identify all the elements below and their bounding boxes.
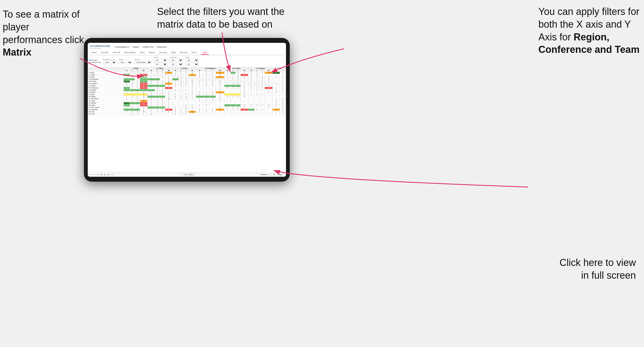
player-name: 18. C Sherwood — [88, 109, 124, 111]
toolbar-center: 📄 View: Original — [179, 173, 195, 176]
radio-full-view[interactable]: Full View — [89, 59, 101, 61]
annotation-axis: You can apply filters for both the X axi… — [538, 5, 641, 56]
tab-summary[interactable]: Summary — [99, 51, 110, 55]
toolbar-right: 👁 Watch ▾ ⛶ ⊞ Share — [260, 173, 284, 176]
table-row: 16. K Vilips 311-25 2204 33 08 0 0500 01 — [88, 104, 286, 107]
annotation-matrix-bold: Matrix — [3, 47, 31, 58]
logo-sub: Powered by clippd — [90, 47, 110, 49]
th-m-thorb: 4. M Thorbjornsen — [196, 68, 225, 70]
annotation-fullscreen: Click here to view in full screen — [549, 256, 636, 282]
tab-h2h-grid2[interactable]: H2H Grid — [178, 51, 188, 55]
player-name: 8. P Summerhays — [88, 87, 124, 89]
conference-select2[interactable]: (All) — [170, 63, 183, 66]
region-select[interactable]: N/A — [154, 59, 167, 62]
th-l2: L — [155, 70, 160, 72]
radio-compact-view[interactable]: Compact View — [89, 62, 101, 63]
logo-block: SCOREBOARD Powered by clippd — [90, 45, 110, 49]
add-icon[interactable]: ⊕ — [100, 174, 102, 176]
tablet-toolbar: ↩ ↪ ⟳ ⊕ ⊖ ⚙ 🕐 📄 View: Original 👁 Watch ▾… — [88, 172, 286, 177]
player-name: 15. P Maichon — [88, 102, 124, 104]
refresh-icon[interactable]: ⟳ — [97, 174, 99, 176]
max-players-select[interactable]: Top 25 — [103, 61, 116, 64]
player-name: 7. G Sargent — [88, 85, 124, 87]
player-name: 13. J Skov Olesen — [88, 98, 124, 100]
tablet-device: SCOREBOARD Powered by clippd TOURNAMENTS… — [84, 38, 290, 182]
time-icon[interactable]: 🕐 — [111, 174, 114, 176]
share-button[interactable]: Share — [277, 173, 284, 176]
region-select2[interactable]: N/A — [154, 63, 167, 66]
th-g-sa: 7. G Sa — [273, 68, 286, 70]
matrix-table: 1. W Ding 2. L Clanton 3. J Koivun 4. M … — [88, 67, 286, 115]
th-player — [88, 68, 124, 70]
nav-committee[interactable]: COMMITTEE — [142, 46, 154, 49]
th-t4: T — [209, 70, 216, 72]
tab-matrix-sub[interactable]: Matrix — [138, 51, 146, 55]
tab-h2h-grid[interactable]: H2H Grid — [111, 51, 121, 55]
th-l-clanton: 2. L Clanton — [147, 68, 173, 70]
table-row: 9. N Gabrelcik 0 009 0111 1 1 1111 11 — [88, 89, 286, 91]
th-d3: Dif — [189, 70, 196, 72]
division-select[interactable]: NCAA Division I — [134, 61, 152, 64]
player-name: 5. M La Sasso — [88, 81, 124, 83]
th-w3: W — [173, 70, 178, 72]
tab-teams[interactable]: Teams — [90, 51, 98, 55]
player-name: 6. C Lamprecht — [88, 83, 124, 85]
th-w1: W — [124, 70, 130, 72]
player-name: 16. K Vilips — [88, 104, 124, 107]
arrow-fullscreen — [274, 170, 528, 187]
nav-rankings[interactable]: RANKINGS — [157, 46, 167, 49]
redo-icon[interactable]: ↪ — [93, 174, 95, 176]
th-t5: T — [236, 70, 241, 72]
filter-division: Division NCAA Division I — [134, 59, 152, 64]
doc-icon: 📄 — [179, 174, 182, 176]
player-name: 17. S De La Fuente — [88, 107, 124, 109]
player-name: 4. M Thorbjornsen — [88, 78, 124, 81]
players-select[interactable]: (All) — [185, 59, 199, 62]
player-name: 9. N Gabrelcik — [88, 89, 124, 91]
conference-select[interactable]: (All) — [170, 59, 183, 62]
annotation-filters-text: Select the filters you want the matrix d… — [157, 6, 284, 30]
player-name: 20. M Ford — [88, 113, 124, 115]
nav-tournaments[interactable]: TOURNAMENTS — [115, 46, 129, 49]
tab-matrix-active[interactable]: Matrix — [201, 51, 209, 55]
table-row: 8. P Summerhays 521-48 200-16 0 1 0111 0… — [88, 87, 286, 89]
th-l3: L — [178, 70, 184, 72]
settings-icon[interactable]: ⚙ — [108, 174, 109, 176]
expand-icon[interactable]: ⛶ — [269, 174, 271, 176]
matrix-content: 1. W Ding 2. L Clanton 3. J Koivun 4. M … — [88, 67, 286, 172]
th-d1: Dif — [140, 70, 148, 72]
logo-title: SCOREBOARD — [90, 45, 110, 47]
th-l6: L — [254, 70, 259, 72]
tab-detail[interactable]: Detail — [170, 51, 177, 55]
th-d4: Dif — [216, 70, 225, 72]
th-w5: W — [225, 70, 230, 72]
th-l7: L — [280, 70, 286, 72]
player-name: 12. M Riedel — [88, 96, 124, 98]
th-d6: Dif — [265, 70, 273, 72]
filter-conference: Conference (All) (All) — [170, 56, 183, 66]
table-row: 1. W Ding 12011 110-2 12017 1300 01013 0… — [88, 72, 286, 74]
player-name: 14. J Lundin — [88, 100, 124, 102]
player-name: 1. W Ding — [88, 72, 124, 74]
tab-h2h-heatmap[interactable]: H2H Heatmap — [123, 51, 137, 55]
th-t6: T — [260, 70, 265, 72]
gender-select[interactable]: Men's — [119, 61, 132, 64]
grid-icon[interactable]: ⊞ — [273, 174, 275, 176]
tab-h2h-h[interactable]: H2H H... — [190, 51, 200, 55]
filter-region: Region N/A N/A — [154, 56, 167, 66]
player-name: 3. J Koivun — [88, 76, 124, 78]
table-row: 20. M Ford 331 -11 0107 11 — [88, 113, 286, 115]
table-row: 3. J Koivun 1102 0101 01014 1006 0103 12 — [88, 76, 286, 78]
minus-icon[interactable]: ⊖ — [104, 174, 106, 176]
th-t1: T — [135, 70, 140, 72]
tab-bar: Teams Summary H2H Grid H2H Heatmap Matri… — [90, 50, 284, 55]
tab-summary2[interactable]: Summary — [158, 51, 168, 55]
undo-icon[interactable]: ↩ — [90, 174, 92, 176]
th-w-ding: 1. W Ding — [124, 68, 147, 70]
table-row: 4. M Thorbjornsen 3 -3 101 1101 110-6 1 — [88, 78, 286, 81]
tab-players[interactable]: Players — [148, 51, 156, 55]
players-select2[interactable]: (All) — [185, 63, 199, 66]
th-t2: T — [160, 70, 165, 72]
view-original-label[interactable]: View: Original — [183, 173, 195, 176]
nav-teams[interactable]: TEAMS — [132, 46, 139, 49]
